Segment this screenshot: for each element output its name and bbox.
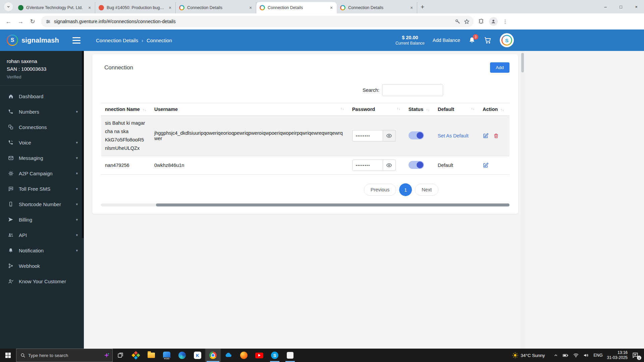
pagination-previous-button[interactable]: Previous	[364, 184, 396, 196]
show-password-eye-icon[interactable]	[383, 130, 396, 141]
reload-button[interactable]: ↻	[29, 18, 36, 25]
table-horizontal-scrollbar[interactable]	[101, 203, 509, 206]
pagination-next-button[interactable]: Next	[415, 184, 438, 196]
window-close-button[interactable]: ×	[629, 0, 644, 13]
sidebar-item-dashboard[interactable]: Dashboard	[0, 88, 84, 104]
status-toggle[interactable]	[409, 131, 424, 139]
sidebar-item-connections[interactable]: Connections	[0, 119, 84, 135]
pagination-page-1[interactable]: 1	[399, 183, 412, 196]
tab-close-icon[interactable]: ×	[329, 5, 334, 10]
edit-button[interactable]	[483, 162, 489, 168]
brand-name: signalmash	[21, 37, 59, 44]
window-maximize-button[interactable]: □	[613, 0, 629, 13]
edit-button[interactable]	[483, 133, 489, 139]
volume-icon[interactable]	[583, 352, 589, 358]
taskbar-search-box[interactable]	[16, 349, 113, 362]
user-avatar[interactable]: S	[500, 33, 514, 47]
column-header-username[interactable]: Username↑↓	[150, 103, 348, 116]
password-input[interactable]	[352, 130, 383, 141]
tab-close-icon[interactable]: ×	[409, 5, 414, 10]
brand[interactable]: S signalmash	[0, 35, 71, 46]
browser-profile-avatar[interactable]	[489, 17, 498, 26]
action-cell	[479, 116, 509, 156]
user-name: rohan saxena	[7, 58, 77, 64]
k-app-button[interactable]: K	[190, 349, 205, 362]
action-center-button[interactable]: 1	[632, 352, 641, 359]
tab-close-icon[interactable]: ×	[87, 5, 92, 10]
password-key-icon[interactable]	[455, 19, 461, 24]
forward-button[interactable]: →	[17, 18, 24, 25]
site-settings-icon[interactable]	[46, 19, 51, 24]
column-header-action[interactable]: Action↑↓	[479, 103, 509, 116]
m365-app-button[interactable]: M365	[159, 349, 174, 362]
firefox-browser-button[interactable]	[236, 349, 252, 362]
network-wifi-icon[interactable]	[573, 352, 579, 358]
sidebar-item-toll-free-sms[interactable]: Toll Free SMS ▾	[0, 181, 84, 196]
chrome-browser-button[interactable]	[205, 349, 221, 362]
edge-browser-button[interactable]	[174, 349, 190, 362]
sidebar-item-voice[interactable]: Voice ▾	[0, 135, 84, 150]
taskbar-search-input[interactable]	[28, 353, 101, 358]
app-colorful-suite[interactable]	[128, 349, 144, 362]
cart-icon[interactable]	[484, 36, 492, 44]
add-balance-link[interactable]: Add Balance	[433, 38, 460, 43]
tray-chevron-up-icon[interactable]	[553, 353, 558, 358]
youtube-button[interactable]	[252, 349, 267, 362]
notifications-bell-icon[interactable]: 3	[468, 37, 476, 44]
show-password-eye-icon[interactable]	[383, 160, 396, 171]
copilot-icon[interactable]	[104, 352, 110, 358]
weather-widget[interactable]: 34°C Sunny	[512, 352, 545, 358]
column-header-password[interactable]: Password↑↓	[348, 103, 405, 116]
sidebar-toggle-hamburger-icon[interactable]	[72, 37, 80, 44]
sidebar-item-webhook[interactable]: Webhook	[0, 258, 84, 274]
start-button[interactable]	[0, 349, 16, 362]
browser-tab[interactable]: Connection Details ×	[176, 2, 256, 13]
tab-close-icon[interactable]: ×	[248, 5, 253, 10]
file-explorer-button[interactable]	[144, 349, 159, 362]
bookmark-star-icon[interactable]	[464, 19, 470, 24]
column-header-status[interactable]: Status↑↓	[405, 103, 434, 116]
system-tray: 34°C Sunny ENG 13:16 31-03-2025 1	[512, 350, 644, 360]
signalmash-favicon-icon	[260, 5, 265, 10]
search-input[interactable]	[382, 84, 443, 96]
sidebar-item-billing[interactable]: Billing ▾	[0, 212, 84, 227]
back-button[interactable]: ←	[5, 18, 12, 25]
task-view-button[interactable]	[113, 349, 128, 362]
sidebar-item-messaging[interactable]: Messaging ▾	[0, 150, 84, 166]
sidebar-item-numbers[interactable]: Numbers ▾	[0, 104, 84, 119]
sidebar-item-api[interactable]: API ▾	[0, 227, 84, 243]
set-as-default-link[interactable]: Set As Default	[438, 133, 469, 138]
password-input[interactable]	[352, 160, 383, 171]
browser-tab-active[interactable]: Connection Details ×	[256, 2, 337, 13]
delete-button[interactable]	[493, 133, 499, 138]
onedrive-button[interactable]	[221, 349, 236, 362]
new-tab-button[interactable]: +	[421, 3, 424, 11]
sidebar-item-a2p-campaign[interactable]: A2P Campaign ▾	[0, 166, 84, 181]
add-button[interactable]: Add	[490, 62, 509, 73]
status-toggle[interactable]	[409, 161, 424, 169]
column-header-connection-name[interactable]: nnection Name↑↓	[101, 103, 150, 116]
browser-menu-icon[interactable]: ⋮	[502, 18, 508, 25]
sidebar-item-know-your-customer[interactable]: Know Your Customer	[0, 274, 84, 289]
column-header-default[interactable]: Default↑↓	[434, 103, 479, 116]
tab-title: Bug #14050: Production bug: E...	[107, 5, 165, 10]
page-vertical-scrollbar[interactable]	[521, 51, 524, 349]
window-minimize-button[interactable]: –	[598, 0, 613, 13]
browser-tab[interactable]: GVenture Technology Pvt. Ltd. ×	[15, 2, 95, 13]
tab-search-button[interactable]	[4, 2, 13, 11]
horizontal-scroll-thumb[interactable]	[156, 203, 509, 206]
breadcrumb-connection-details[interactable]: Connection Details	[96, 38, 138, 43]
language-indicator[interactable]: ENG	[594, 353, 603, 358]
extensions-icon[interactable]	[478, 18, 484, 24]
battery-icon[interactable]	[562, 352, 569, 358]
sidebar-item-notification[interactable]: Notification ▾	[0, 243, 84, 258]
whiteboard-button[interactable]	[282, 349, 298, 362]
url-omnibox[interactable]: signalmash.gventure.info/#/connections/c…	[41, 16, 474, 27]
clock[interactable]: 13:16 31-03-2025	[607, 350, 628, 360]
sidebar-item-shortcode-number[interactable]: Shortcode Number ▾	[0, 196, 84, 212]
vertical-scroll-thumb[interactable]	[521, 53, 524, 72]
browser-tab[interactable]: Connection Details ×	[337, 2, 417, 13]
skype-button[interactable]: S	[267, 349, 282, 362]
browser-tab[interactable]: Bug #14050: Production bug: E... ×	[95, 2, 176, 13]
tab-close-icon[interactable]: ×	[167, 5, 173, 10]
